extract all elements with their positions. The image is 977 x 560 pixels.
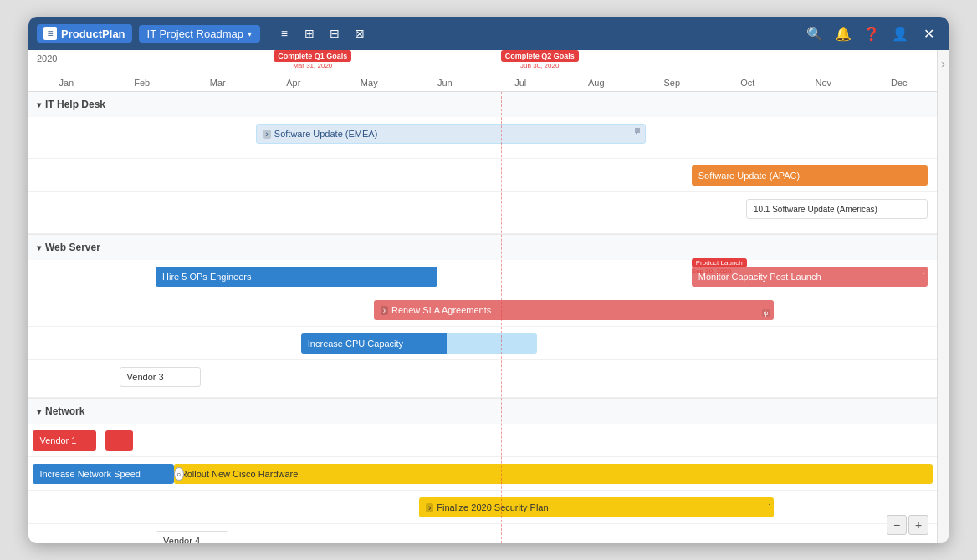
milestone-q2-label: Complete Q2 Goals — [501, 50, 579, 62]
bar-vendor3[interactable]: Vendor 3 — [120, 367, 202, 387]
gantt-row: 10.1 Software Update (Americas) — [28, 192, 937, 234]
section-label-web-server: Web Server — [45, 242, 100, 253]
zoom-out-btn[interactable]: − — [887, 515, 907, 535]
bar-label: Vendor 4 — [163, 536, 200, 543]
gantt-row: Vendor 1 — [28, 424, 937, 457]
gantt-row: Increase CPU Capacity — [28, 327, 937, 360]
gantt-body[interactable]: ▾ IT Help Desk › Software Update (EMEA) … — [28, 92, 937, 543]
product-launch-marker: Product Launch Sep 30, 2020 — [692, 258, 747, 275]
gantt-row: Product Launch Sep 30, 2020 Hire 5 OPs E… — [28, 260, 937, 293]
bar-101-software-update[interactable]: 10.1 Software Update (Americas) — [746, 199, 928, 219]
board-view-btn[interactable]: ⊞ — [299, 23, 320, 44]
bar-dot: · — [768, 501, 770, 508]
bar-software-update-apac[interactable]: Software Update (APAC) — [692, 165, 928, 186]
bar-rollout-cisco[interactable]: Rollout New Cisco Hardware — [174, 464, 933, 484]
project-name: IT Project Roadmap — [147, 28, 243, 40]
section-header-network[interactable]: ▾ Network — [28, 399, 937, 424]
gantt-row: › Finalize 2020 Security Plan · — [28, 491, 937, 524]
month-sep: Sep — [634, 78, 710, 88]
nav-right: 🔍 🔔 ❓ 👤 ✕ — [803, 22, 940, 45]
bar-sub-icon: ψ — [762, 309, 770, 317]
timeline-months: Jan Feb Mar Apr May Jun Jul Aug Sep Oct … — [28, 64, 937, 91]
gantt-row: Vendor 4 — [28, 524, 937, 543]
search-btn[interactable]: 🔍 — [803, 22, 826, 45]
collapse-right-btn[interactable]: › — [937, 50, 949, 543]
expand-icon[interactable]: › — [263, 130, 271, 139]
section-rows-network: Vendor 1 Increase Network Speed ○ — [28, 424, 937, 543]
bar-software-update-emea[interactable]: › Software Update (EMEA) · — [256, 124, 647, 144]
nav-tools: ≡ ⊞ ⊟ ⊠ — [274, 23, 371, 44]
expand-icon[interactable]: › — [381, 306, 388, 315]
month-mar: Mar — [180, 78, 256, 88]
section-rows-web-server: Product Launch Sep 30, 2020 Hire 5 OPs E… — [28, 260, 937, 398]
month-oct: Oct — [710, 78, 786, 88]
nav-project[interactable]: IT Project Roadmap ▾ — [139, 25, 260, 43]
section-web-server: ▾ Web Server Product Launch Sep 30, 2020 — [28, 235, 937, 399]
help-btn[interactable]: ❓ — [860, 22, 883, 45]
section-it-help-desk: ▾ IT Help Desk › Software Update (EMEA) … — [28, 92, 937, 235]
bar-cpu-extension — [447, 333, 538, 354]
section-header-web-server[interactable]: ▾ Web Server — [28, 235, 937, 260]
bar-vendor1-small[interactable] — [105, 430, 133, 451]
app-container: ProductPlan IT Project Roadmap ▾ ≡ ⊞ ⊟ ⊠… — [28, 17, 949, 543]
section-rows-it-help-desk: › Software Update (EMEA) · Software Upda… — [28, 117, 937, 234]
bar-renew-sla[interactable]: › Renew SLA Agreements ψ — [374, 300, 774, 320]
nav-logo[interactable]: ProductPlan — [37, 24, 132, 43]
milestone-q2-date: Jun 30, 2020 — [501, 62, 579, 69]
list-view-btn[interactable]: ≡ — [274, 23, 295, 44]
bar-label: Vendor 1 — [39, 435, 76, 445]
gantt-row: Increase Network Speed ○ Rollout New Cis… — [28, 457, 937, 491]
month-apr: Apr — [256, 78, 332, 88]
month-may: May — [331, 78, 407, 88]
notifications-btn[interactable]: 🔔 — [831, 22, 855, 45]
section-label-it-help-desk: IT Help Desk — [45, 99, 105, 110]
expand-icon[interactable]: › — [426, 503, 433, 512]
zoom-controls: − + — [887, 515, 928, 535]
bar-label: Vendor 3 — [127, 372, 164, 382]
month-nov: Nov — [785, 78, 862, 88]
gantt-row: Software Update (APAC) — [28, 159, 937, 192]
save-btn[interactable]: ⊠ — [349, 23, 371, 44]
copy-btn[interactable]: ⊟ — [324, 23, 345, 44]
gantt-row: Vendor 3 — [28, 360, 937, 398]
main-content: 2020 Jan Feb Mar Apr May Jun Jul Aug Sep… — [28, 50, 949, 543]
productplan-icon — [43, 27, 57, 40]
bar-dot-icon: · — [635, 128, 640, 133]
bar-vendor1[interactable]: Vendor 1 — [33, 430, 96, 451]
app-name: ProductPlan — [61, 28, 125, 40]
zoom-in-btn[interactable]: + — [908, 515, 928, 535]
bar-label: Renew SLA Agreements — [391, 305, 491, 315]
bar-indicator: · — [923, 270, 924, 277]
bar-vendor4[interactable]: Vendor 4 — [156, 531, 228, 543]
profile-btn[interactable]: 👤 — [888, 22, 912, 45]
bar-label: Hire 5 OPs Engineers — [162, 272, 251, 282]
month-jan: Jan — [28, 78, 105, 88]
milestone-q1-date: Mar 31, 2020 — [274, 62, 351, 69]
bar-finalize-security[interactable]: › Finalize 2020 Security Plan · — [419, 497, 774, 517]
section-network: ▾ Network Vendor 1 — [28, 399, 937, 543]
section-label-network: Network — [45, 405, 84, 417]
close-btn[interactable]: ✕ — [917, 22, 940, 45]
bar-label: Rollout New Cisco Hardware — [181, 469, 299, 479]
section-chevron-network: ▾ — [37, 407, 41, 416]
bar-increase-network-speed[interactable]: Increase Network Speed — [33, 464, 173, 484]
section-chevron-web-server: ▾ — [37, 243, 41, 252]
top-nav: ProductPlan IT Project Roadmap ▾ ≡ ⊞ ⊟ ⊠… — [28, 17, 949, 50]
bar-label: Software Update (APAC) — [698, 171, 800, 181]
timeline-year: 2020 — [28, 50, 937, 64]
month-jun: Jun — [407, 78, 483, 88]
gantt-area: 2020 Jan Feb Mar Apr May Jun Jul Aug Sep… — [28, 50, 937, 543]
timeline-header: 2020 Jan Feb Mar Apr May Jun Jul Aug Sep… — [28, 50, 937, 92]
month-jul: Jul — [483, 78, 559, 88]
collapse-right-icon: › — [941, 57, 945, 70]
bar-label: Software Update (EMEA) — [274, 129, 378, 139]
bar-label: Increase CPU Capacity — [308, 339, 403, 349]
month-feb: Feb — [105, 78, 181, 88]
bar-hire-ops[interactable]: Hire 5 OPs Engineers — [156, 267, 437, 287]
section-header-it-help-desk[interactable]: ▾ IT Help Desk — [28, 92, 937, 117]
bar-label: Increase Network Speed — [39, 469, 140, 479]
bar-label: 10.1 Software Update (Americas) — [754, 205, 877, 214]
bar-label: Finalize 2020 Security Plan — [437, 502, 548, 512]
month-dec: Dec — [862, 78, 938, 88]
gantt-row: › Software Update (EMEA) · — [28, 117, 937, 159]
